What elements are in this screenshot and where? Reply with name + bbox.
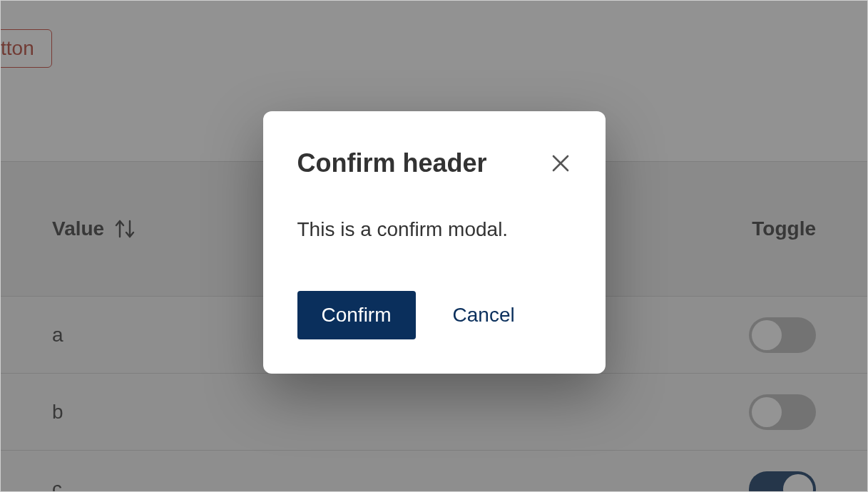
modal-header: Confirm header: [297, 148, 571, 178]
confirm-button[interactable]: Confirm: [297, 291, 416, 339]
modal-actions: Confirm Cancel: [297, 291, 571, 339]
confirm-modal: Confirm header This is a confirm modal. …: [263, 111, 606, 374]
modal-title: Confirm header: [297, 148, 487, 178]
cancel-button[interactable]: Cancel: [447, 291, 521, 339]
modal-body-text: This is a confirm modal.: [297, 218, 571, 241]
close-icon[interactable]: [550, 153, 571, 174]
